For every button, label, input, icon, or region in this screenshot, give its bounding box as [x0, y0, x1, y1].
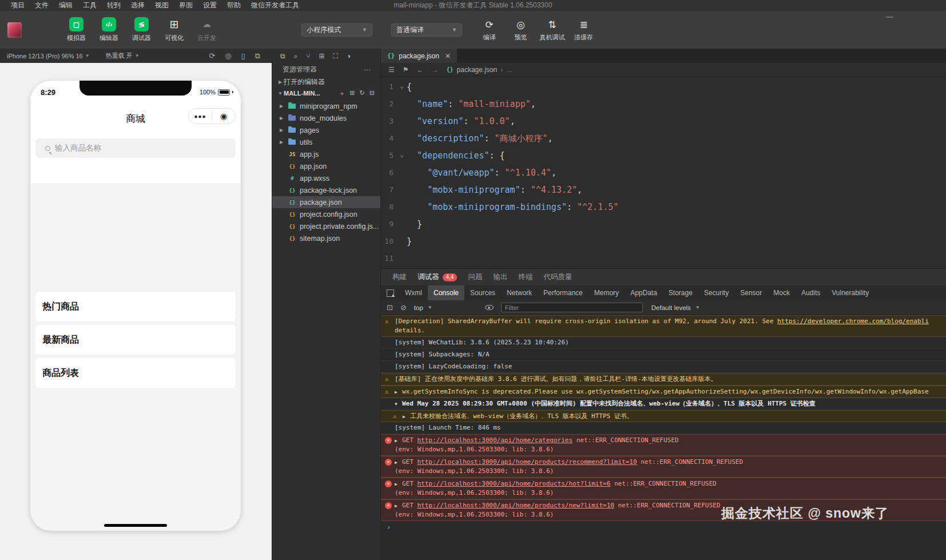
toolbar-preview-button[interactable]: ◎预览: [507, 18, 535, 42]
more-menu-button[interactable]: ●●●: [189, 113, 212, 120]
devtools-tab-console[interactable]: Console: [428, 285, 464, 300]
refresh-icon[interactable]: ↻: [360, 89, 365, 98]
devtools-tab-security[interactable]: Security: [698, 285, 734, 300]
toolbar-debugger-button[interactable]: ≶调试器: [128, 17, 155, 42]
nav-forward-icon[interactable]: →: [432, 66, 439, 74]
menu-item-3[interactable]: 编辑: [54, 0, 78, 11]
breadcrumb[interactable]: {} package.json › ...: [447, 66, 512, 74]
context-select[interactable]: top ▼: [414, 304, 482, 311]
fold-icon[interactable]: ⌄: [397, 78, 407, 96]
devtools-tab-sources[interactable]: Sources: [464, 285, 501, 300]
tree-folder-node-modules[interactable]: ▶node_modules: [272, 112, 380, 124]
toolbar-remote-debug-button[interactable]: ⇅真机调试: [538, 18, 566, 42]
expand-caret-icon[interactable]: ▶: [395, 438, 402, 444]
menu-item-7[interactable]: 视图: [150, 0, 174, 11]
debug-tab-代码质量[interactable]: 代码质量: [543, 272, 572, 282]
toolbar-clear-cache-button[interactable]: ≣清缓存: [570, 18, 598, 42]
section-card[interactable]: 商品列表: [35, 358, 236, 388]
device-frame-icon[interactable]: ▯: [241, 51, 245, 61]
devtools-tab-storage[interactable]: Storage: [663, 285, 698, 300]
debug-tab-构建[interactable]: 构建: [392, 272, 407, 282]
toolbar-cloud-button[interactable]: ☁云开发: [193, 17, 220, 42]
console-link[interactable]: https://developer.chrome.com/blog/enabli: [777, 317, 929, 325]
tree-file-sitemap-json[interactable]: {}sitemap.json: [272, 232, 380, 244]
menu-item-5[interactable]: 转到: [102, 0, 126, 11]
collapse-all-icon[interactable]: ⊟: [369, 89, 375, 98]
section-card[interactable]: 最新商品: [35, 325, 236, 355]
open-editors-row[interactable]: ▶ 打开的编辑器: [272, 76, 380, 88]
menu-item-6[interactable]: 选择: [126, 0, 150, 11]
restart-icon[interactable]: ⟳: [209, 51, 215, 61]
more-actions-icon[interactable]: ⋯: [364, 66, 371, 74]
git-icon[interactable]: ⑂: [306, 52, 310, 60]
toolbar-compile-button[interactable]: ⟳编译: [475, 18, 503, 42]
outline-icon[interactable]: ☰: [388, 66, 395, 74]
close-icon[interactable]: ✕: [445, 52, 451, 60]
debug-tab-终端[interactable]: 终端: [518, 272, 532, 282]
mode-select[interactable]: 小程序模式 ▼: [301, 23, 372, 37]
debug-tab-问题[interactable]: 问题: [468, 272, 482, 282]
close-minibar-button[interactable]: ◉: [212, 112, 235, 121]
tree-folder-utils[interactable]: ▶utils: [272, 136, 380, 148]
code-editor[interactable]: 1⌄{2 "name": "mall-miniapp",3 "version":…: [381, 77, 946, 268]
expand-caret-icon[interactable]: ▶: [403, 414, 410, 420]
fold-icon[interactable]: ⌄: [397, 147, 407, 164]
eye-icon[interactable]: [485, 305, 494, 310]
log-levels-select[interactable]: Default levels ▼: [651, 304, 700, 311]
theme-icon[interactable]: ◑: [347, 52, 351, 60]
new-file-icon[interactable]: ＋: [339, 89, 345, 98]
project-root-row[interactable]: ▼ MALL-MIN... ＋ ⊞ ↻ ⊟: [272, 88, 380, 99]
console-link[interactable]: http://localhost:3000/api/home/products/…: [418, 458, 637, 466]
bookmark-icon[interactable]: ⚑: [403, 66, 409, 74]
toolbar-visualizer-button[interactable]: ⊞可视化: [161, 17, 188, 42]
menu-item-8[interactable]: 界面: [174, 0, 198, 11]
expand-caret-icon[interactable]: ▼: [395, 401, 402, 408]
pages-icon[interactable]: ⧉: [280, 52, 285, 60]
tree-folder-miniprogram-npm[interactable]: ▶miniprogram_npm: [272, 100, 380, 112]
clear-console-icon[interactable]: ⊘: [400, 303, 407, 312]
search-bar[interactable]: 输入商品名称: [35, 138, 236, 158]
search-icon[interactable]: ⌕: [294, 52, 298, 60]
user-avatar[interactable]: [7, 22, 22, 38]
tab-package-json[interactable]: {} package.json ✕: [381, 49, 457, 63]
expand-caret-icon[interactable]: ▶: [395, 503, 402, 510]
nav-back-icon[interactable]: ←: [417, 66, 424, 74]
console-log[interactable]: ⚠[Deprecation] SharedArrayBuffer will re…: [381, 315, 946, 560]
expand-caret-icon[interactable]: ▶: [395, 389, 402, 396]
menu-item-4[interactable]: 工具: [78, 0, 102, 11]
expand-caret-icon[interactable]: ▶: [395, 459, 402, 466]
menu-item-11[interactable]: 微信开发者工具: [246, 0, 304, 11]
expand-caret-icon[interactable]: ▶: [395, 481, 402, 488]
new-folder-icon[interactable]: ⊞: [349, 89, 355, 98]
tree-file-app-js[interactable]: JSapp.js: [272, 148, 380, 160]
devtools-tab-performance[interactable]: Performance: [538, 285, 589, 300]
compile-mode-select[interactable]: 普通编译 ▼: [391, 23, 462, 37]
tree-folder-pages[interactable]: ▶pages: [272, 124, 380, 136]
tree-file-app-json[interactable]: {}app.json: [272, 160, 380, 172]
devtools-tab-wxml[interactable]: Wxml: [399, 285, 428, 300]
console-link[interactable]: http://localhost:3000/api/home/products/…: [418, 480, 611, 487]
debug-tab-输出[interactable]: 输出: [493, 272, 507, 282]
devtools-tab-audits[interactable]: Audits: [796, 285, 826, 300]
devtools-tab-sensor[interactable]: Sensor: [734, 285, 768, 300]
tree-file-project-config-json[interactable]: {}project.config.json: [272, 208, 380, 220]
console-prompt[interactable]: ›: [381, 521, 946, 533]
multi-window-icon[interactable]: ⧉: [255, 51, 260, 61]
devtools-tab-appdata[interactable]: AppData: [625, 285, 663, 300]
devtools-tab-vulnerability[interactable]: Vulnerability: [826, 285, 875, 300]
console-filter-input[interactable]: [501, 303, 643, 312]
console-link[interactable]: http://localhost:3000/api/home/products/…: [418, 502, 614, 509]
menu-item-2[interactable]: 文件: [30, 0, 54, 11]
debug-tab-调试器[interactable]: 调试器4,4: [418, 272, 457, 282]
extensions-icon[interactable]: ⊞: [319, 52, 325, 60]
record-icon[interactable]: ◎: [225, 51, 231, 61]
tree-file-package-lock-json[interactable]: {}package-lock.json: [272, 184, 380, 196]
inspect-element-icon[interactable]: [387, 289, 394, 297]
tree-file-app-wxss[interactable]: #app.wxss: [272, 172, 380, 184]
devtools-tab-mock[interactable]: Mock: [768, 285, 796, 300]
device-select[interactable]: iPhone 12/13 (Pro) 96% 16 ▼: [7, 53, 90, 59]
tree-file-package-json[interactable]: {}package.json: [272, 196, 380, 208]
section-card[interactable]: 热门商品: [35, 292, 236, 321]
toolbar-editor-button[interactable]: ‹/›编辑器: [96, 17, 122, 42]
window-minimize-button[interactable]: [886, 17, 893, 18]
